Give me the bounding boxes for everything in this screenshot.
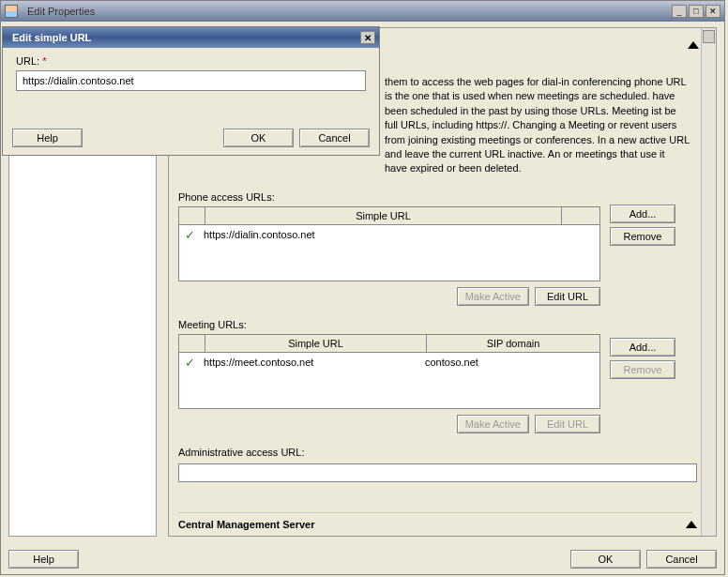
collapse-arrow-icon[interactable] (688, 41, 699, 49)
modal-url-input[interactable] (16, 70, 366, 91)
main-footer: Help OK Cancel (8, 550, 717, 569)
table-row[interactable]: ✓ https://dialin.contoso.net (179, 225, 599, 245)
main-ok-button[interactable]: OK (570, 550, 641, 569)
phone-col-check (179, 207, 205, 224)
modal-help-button[interactable]: Help (12, 129, 83, 147)
meeting-urls-table: Simple URL SIP domain ✓ https://meet.con… (178, 334, 600, 409)
minimize-button[interactable]: _ (672, 5, 687, 18)
phone-add-button[interactable]: Add... (610, 205, 675, 223)
edit-url-dialog: Edit simple URL ✕ URL: * Help OK Cancel (2, 26, 380, 156)
modal-title: Edit simple URL (7, 32, 360, 43)
meeting-sip-cell: contoso.net (421, 356, 482, 369)
meeting-url-cell: https://meet.contoso.net (200, 356, 421, 369)
phone-urls-label: Phone access URLs: (178, 191, 716, 203)
vertical-scrollbar[interactable] (701, 28, 716, 536)
meeting-add-button[interactable]: Add... (610, 338, 675, 357)
phone-col-url: Simple URL (205, 207, 562, 224)
meeting-remove-button[interactable]: Remove (610, 360, 675, 379)
admin-url-input[interactable] (178, 463, 697, 482)
phone-make-active-button[interactable]: Make Active (457, 287, 529, 306)
checkmark-icon: ✓ (179, 228, 200, 242)
main-titlebar: Edit Properties _ □ ✕ (1, 1, 724, 22)
cms-header: Central Management Server (178, 512, 693, 534)
phone-edit-url-button[interactable]: Edit URL (535, 287, 600, 306)
modal-url-label-text: URL: (16, 55, 39, 67)
main-cancel-button[interactable]: Cancel (646, 550, 717, 569)
meeting-edit-url-button[interactable]: Edit URL (535, 415, 600, 433)
app-icon (5, 5, 18, 18)
phone-remove-button[interactable]: Remove (610, 227, 675, 246)
meeting-urls-label: Meeting URLs: (178, 319, 716, 330)
cms-collapse-arrow-icon[interactable] (686, 521, 697, 528)
admin-url-label: Administrative access URL: (178, 447, 716, 458)
meeting-col-sip: SIP domain (427, 335, 599, 352)
meeting-make-active-button[interactable]: Make Active (457, 415, 529, 433)
meeting-col-url: Simple URL (205, 335, 427, 352)
checkmark-icon: ✓ (179, 356, 200, 370)
phone-col-spacer (562, 207, 599, 224)
modal-ok-button[interactable]: OK (223, 129, 294, 147)
modal-titlebar: Edit simple URL ✕ (3, 27, 379, 48)
phone-urls-table: Simple URL ✓ https://dialin.contoso.net (178, 206, 600, 281)
main-help-button[interactable]: Help (8, 550, 79, 569)
table-row[interactable]: ✓ https://meet.contoso.net contoso.net (179, 353, 599, 372)
modal-close-button[interactable]: ✕ (360, 31, 375, 44)
required-asterisk: * (42, 55, 46, 67)
modal-cancel-button[interactable]: Cancel (299, 129, 370, 147)
maximize-button[interactable]: □ (689, 5, 704, 18)
modal-url-label: URL: * (16, 55, 366, 67)
phone-url-cell: https://dialin.contoso.net (200, 228, 319, 241)
meeting-col-check (179, 335, 205, 352)
close-button[interactable]: ✕ (705, 5, 720, 18)
main-title: Edit Properties (22, 6, 672, 17)
